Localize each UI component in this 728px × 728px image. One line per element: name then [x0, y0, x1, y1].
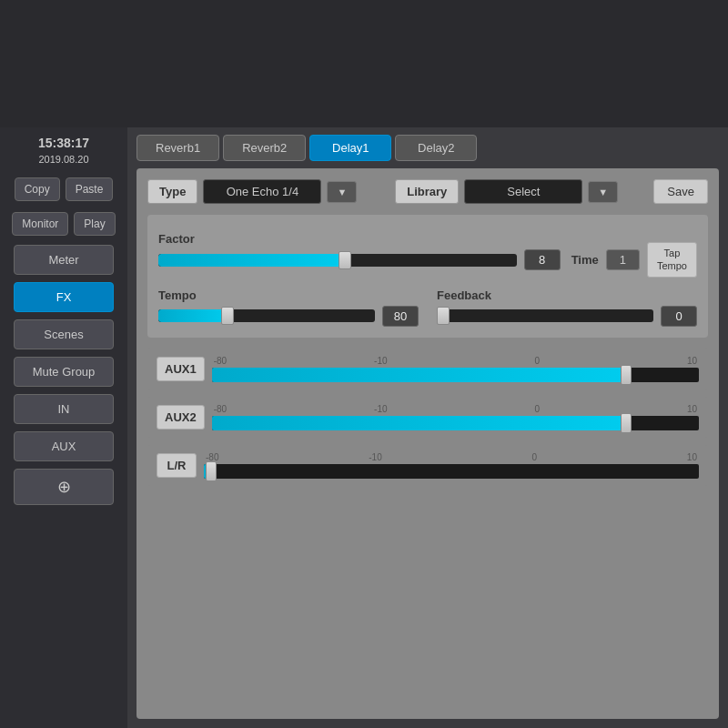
select-value: Select	[464, 179, 582, 204]
type-library-row: Type One Echo 1/4 ▼ Library Select ▼ Sav…	[147, 179, 708, 204]
tab-delay2[interactable]: Delay2	[395, 135, 477, 161]
aux2-track	[212, 416, 699, 430]
sidebar-time-display: 15:38:17 2019.08.20	[38, 127, 89, 172]
sidebar-time: 15:38:17	[38, 135, 89, 153]
app-container: 15:38:17 2019.08.20 Copy Paste Monitor P…	[0, 0, 728, 728]
factor-slider-container[interactable]	[158, 251, 517, 269]
tempo-fill	[158, 309, 228, 322]
tap-tempo-button[interactable]: Tap Tempo	[647, 242, 697, 278]
tab-bar: Reverb1 Reverb2 Delay1 Delay2	[127, 127, 728, 168]
copy-button[interactable]: Copy	[15, 177, 60, 201]
lr-label: L/R	[157, 453, 197, 478]
fx-panel: Type One Echo 1/4 ▼ Library Select ▼ Sav…	[136, 168, 719, 719]
sidebar-date: 2019.08.20	[38, 153, 89, 167]
aux1-label: AUX1	[157, 357, 205, 381]
aux1-slider-container[interactable]: -80 -10 0 10	[212, 356, 699, 382]
aux-button[interactable]: AUX	[14, 431, 114, 461]
main-layout: 15:38:17 2019.08.20 Copy Paste Monitor P…	[0, 127, 728, 728]
feedback-slider-container[interactable]	[437, 307, 653, 325]
scenes-button[interactable]: Scenes	[14, 319, 114, 349]
factor-value: 8	[524, 249, 561, 270]
meter-button[interactable]: Meter	[14, 245, 114, 275]
sidebar: 15:38:17 2019.08.20 Copy Paste Monitor P…	[0, 127, 127, 728]
time-label: Time	[571, 253, 599, 267]
save-button[interactable]: Save	[653, 179, 708, 204]
lr-slider-container[interactable]: -80 -10 0 10	[204, 452, 699, 479]
lr-track	[204, 464, 699, 479]
aux1-thumb[interactable]	[621, 365, 632, 385]
tempo-slider-container[interactable]	[158, 307, 375, 325]
aux2-slider-container[interactable]: -80 -10 0 10	[212, 404, 699, 430]
paste-button[interactable]: Paste	[66, 177, 114, 201]
aux1-fill	[212, 368, 626, 382]
tab-delay1[interactable]: Delay1	[309, 135, 391, 161]
library-dropdown-button[interactable]: ▼	[588, 181, 618, 203]
monitor-button[interactable]: Monitor	[12, 212, 68, 236]
aux1-row: AUX1 -80 -10 0 10	[147, 349, 708, 389]
lr-ticks: -80 -10 0 10	[204, 452, 699, 462]
type-label: Type	[147, 179, 197, 204]
type-dropdown-button[interactable]: ▼	[327, 181, 357, 203]
type-value: One Echo 1/4	[203, 179, 321, 204]
time-value: 1	[606, 249, 640, 270]
sliders-section: Factor 8	[147, 215, 708, 338]
factor-thumb[interactable]	[339, 251, 351, 269]
feedback-thumb[interactable]	[437, 307, 450, 325]
factor-label: Factor	[158, 232, 561, 246]
aux2-thumb[interactable]	[621, 413, 632, 433]
aux2-fill	[212, 416, 626, 430]
tempo-label: Tempo	[158, 288, 419, 302]
top-spacer	[0, 0, 728, 127]
factor-fill	[158, 254, 345, 267]
tempo-thumb[interactable]	[221, 307, 234, 325]
in-button[interactable]: IN	[14, 394, 114, 424]
feedback-label: Feedback	[437, 288, 697, 302]
lr-row: L/R -80 -10 0 10	[147, 445, 708, 486]
fx-button[interactable]: FX	[14, 282, 114, 312]
mute-group-button[interactable]: Mute Group	[14, 357, 114, 387]
tempo-value: 80	[382, 306, 419, 327]
play-button[interactable]: Play	[74, 212, 115, 236]
feedback-value: 0	[661, 306, 697, 327]
feedback-track	[437, 309, 653, 322]
aux2-label: AUX2	[157, 405, 205, 430]
library-label: Library	[395, 179, 459, 204]
globe-button[interactable]: ⊕	[14, 469, 114, 505]
aux1-track	[212, 368, 699, 382]
tab-reverb1[interactable]: Reverb1	[136, 135, 219, 161]
tab-reverb2[interactable]: Reverb2	[223, 135, 306, 161]
monitor-play-row: Monitor Play	[12, 212, 115, 236]
tempo-track	[158, 309, 375, 322]
aux2-row: AUX2 -80 -10 0 10	[147, 397, 708, 438]
content-area: Reverb1 Reverb2 Delay1 Delay2 Type One E…	[127, 127, 728, 728]
copy-paste-row: Copy Paste	[15, 177, 114, 201]
aux-section: AUX1 -80 -10 0 10	[147, 349, 708, 486]
lr-thumb[interactable]	[206, 461, 217, 481]
